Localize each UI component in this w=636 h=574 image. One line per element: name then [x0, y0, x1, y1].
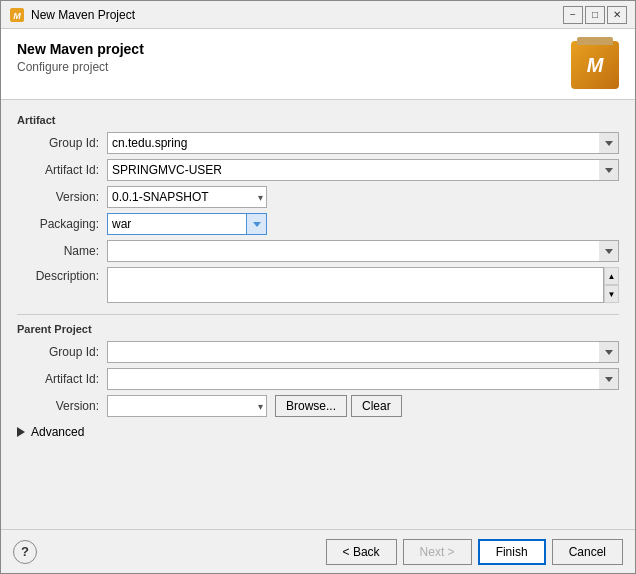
artifact-id-field-wrapper [107, 159, 619, 181]
advanced-row[interactable]: Advanced [17, 425, 619, 439]
close-button[interactable]: ✕ [607, 6, 627, 24]
parent-section-label: Parent Project [17, 323, 619, 335]
version-row: Version: 0.0.1-SNAPSHOT [17, 186, 619, 208]
parent-artifact-id-wrapper [107, 368, 619, 390]
packaging-label: Packaging: [17, 217, 107, 231]
parent-version-wrapper [107, 395, 267, 417]
chevron-down-icon [605, 350, 613, 355]
artifact-id-label: Artifact Id: [17, 163, 107, 177]
group-id-field-wrapper [107, 132, 619, 154]
description-scrollbar: ▲ ▼ [603, 267, 619, 303]
minimize-button[interactable]: − [563, 6, 583, 24]
parent-group-id-label: Group Id: [17, 345, 107, 359]
parent-version-select[interactable] [107, 395, 267, 417]
parent-version-row: Version: Browse... Clear [17, 395, 619, 417]
header-area: New Maven project Configure project M [1, 29, 635, 100]
scroll-up-button[interactable]: ▲ [604, 267, 619, 285]
artifact-id-input[interactable] [107, 159, 599, 181]
chevron-down-icon [605, 249, 613, 254]
description-field-wrapper: ▲ ▼ [107, 267, 619, 306]
scroll-down-button[interactable]: ▼ [604, 285, 619, 303]
finish-button[interactable]: Finish [478, 539, 546, 565]
group-id-dropdown-arrow[interactable] [599, 132, 619, 154]
page-title: New Maven project [17, 41, 144, 57]
browse-button[interactable]: Browse... [275, 395, 347, 417]
description-input[interactable] [107, 267, 619, 303]
parent-section: Parent Project Group Id: Artifact Id: [17, 323, 619, 417]
help-button[interactable]: ? [13, 540, 37, 564]
artifact-section-label: Artifact [17, 114, 619, 126]
group-id-row: Group Id: [17, 132, 619, 154]
parent-artifact-id-row: Artifact Id: [17, 368, 619, 390]
packaging-row: Packaging: [17, 213, 619, 235]
name-input[interactable] [107, 240, 599, 262]
clear-button[interactable]: Clear [351, 395, 402, 417]
artifact-id-row: Artifact Id: [17, 159, 619, 181]
expand-icon [17, 427, 25, 437]
version-label: Version: [17, 190, 107, 204]
content-area: Artifact Group Id: Artifact Id: Ver [1, 100, 635, 529]
footer-buttons: < Back Next > Finish Cancel [326, 539, 623, 565]
chevron-down-icon [605, 377, 613, 382]
chevron-down-icon [605, 141, 613, 146]
header-text: New Maven project Configure project [17, 41, 144, 74]
advanced-label: Advanced [31, 425, 84, 439]
title-bar: M New Maven Project − □ ✕ [1, 1, 635, 29]
group-id-label: Group Id: [17, 136, 107, 150]
artifact-id-dropdown-arrow[interactable] [599, 159, 619, 181]
version-select[interactable]: 0.0.1-SNAPSHOT [107, 186, 267, 208]
group-id-input[interactable] [107, 132, 599, 154]
packaging-wrapper [107, 213, 267, 235]
cancel-button[interactable]: Cancel [552, 539, 623, 565]
parent-artifact-id-label: Artifact Id: [17, 372, 107, 386]
window-title: New Maven Project [31, 8, 563, 22]
chevron-down-icon [605, 168, 613, 173]
window-controls: − □ ✕ [563, 6, 627, 24]
chevron-down-icon [253, 222, 261, 227]
svg-text:M: M [13, 11, 21, 21]
maximize-button[interactable]: □ [585, 6, 605, 24]
name-dropdown-arrow[interactable] [599, 240, 619, 262]
name-field-wrapper [107, 240, 619, 262]
divider [17, 314, 619, 315]
next-button[interactable]: Next > [403, 539, 472, 565]
parent-group-id-row: Group Id: [17, 341, 619, 363]
name-label: Name: [17, 244, 107, 258]
name-row: Name: [17, 240, 619, 262]
footer: ? < Back Next > Finish Cancel [1, 529, 635, 573]
footer-left: ? [13, 540, 37, 564]
browse-clear-buttons: Browse... Clear [275, 395, 402, 417]
parent-group-id-arrow[interactable] [599, 341, 619, 363]
parent-group-id-wrapper [107, 341, 619, 363]
packaging-dropdown-arrow[interactable] [247, 213, 267, 235]
parent-group-id-input[interactable] [107, 341, 599, 363]
version-select-wrapper: 0.0.1-SNAPSHOT [107, 186, 267, 208]
page-subtitle: Configure project [17, 60, 144, 74]
packaging-input[interactable] [107, 213, 247, 235]
maven-icon: M [571, 41, 619, 89]
parent-artifact-id-arrow[interactable] [599, 368, 619, 390]
parent-artifact-id-input[interactable] [107, 368, 599, 390]
back-button[interactable]: < Back [326, 539, 397, 565]
main-window: M New Maven Project − □ ✕ New Maven proj… [0, 0, 636, 574]
window-icon: M [9, 7, 25, 23]
parent-version-label: Version: [17, 399, 107, 413]
description-row: Description: ▲ ▼ [17, 267, 619, 306]
description-label: Description: [17, 267, 107, 283]
